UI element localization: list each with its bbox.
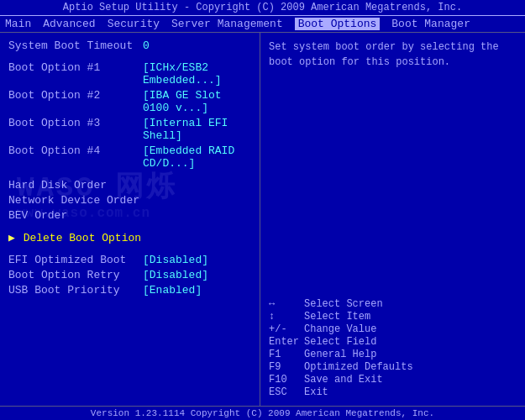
field-row: ▶ Delete Boot Option bbox=[8, 231, 251, 244]
menu-item-main[interactable]: Main bbox=[5, 18, 31, 30]
field-row: BEV Order bbox=[8, 209, 251, 222]
field-row: Boot Option #1[ICHx/ESB2 Embedded...] bbox=[8, 61, 251, 87]
key-desc: Select Screen bbox=[304, 298, 383, 310]
field-value: 0 bbox=[143, 39, 150, 52]
main-content: System Boot Timeout0Boot Option #1[ICHx/… bbox=[0, 33, 525, 406]
field-value: [Disabled] bbox=[143, 269, 208, 281]
key-row: ESCExit bbox=[269, 386, 517, 398]
field-row: System Boot Timeout0 bbox=[8, 39, 251, 52]
menu-item-security[interactable]: Security bbox=[108, 18, 160, 30]
field-row: Hard Disk Order bbox=[8, 179, 251, 192]
field-label: ▶ Delete Boot Option bbox=[8, 231, 143, 244]
field-label: BEV Order bbox=[8, 209, 143, 222]
field-row: Boot Option #2[IBA GE Slot 0100 v...] bbox=[8, 89, 251, 114]
field-value: [Disabled] bbox=[143, 254, 208, 266]
field-value: [IBA GE Slot 0100 v...] bbox=[143, 89, 251, 114]
key-row: ↕Select Item bbox=[269, 311, 517, 323]
key-code: ESC bbox=[269, 386, 299, 398]
menu-item-boot-options[interactable]: Boot Options bbox=[295, 18, 381, 30]
left-panel: System Boot Timeout0Boot Option #1[ICHx/… bbox=[0, 33, 260, 406]
field-label: Boot Option #2 bbox=[8, 89, 143, 102]
section-gap bbox=[8, 224, 251, 229]
key-row: F1General Help bbox=[269, 349, 517, 360]
key-help: ↔Select Screen↕Select Item+/-Change Valu… bbox=[269, 298, 517, 399]
key-row: ↔Select Screen bbox=[269, 298, 517, 310]
menu-item-advanced[interactable]: Advanced bbox=[43, 18, 95, 30]
key-code: F9 bbox=[269, 361, 299, 373]
key-code: F10 bbox=[269, 374, 299, 386]
menu-bar: MainAdvancedSecurityServer ManagementBoo… bbox=[0, 16, 525, 33]
field-row: Boot Option #3[Internal EFI Shell] bbox=[8, 117, 251, 142]
help-text: Set system boot order by selecting the b… bbox=[269, 39, 517, 70]
menu-item-boot-manager[interactable]: Boot Manager bbox=[391, 18, 470, 30]
key-row: F10Save and Exit bbox=[269, 374, 517, 386]
field-label: EFI Optimized Boot bbox=[8, 254, 143, 266]
arrow-icon: ▶ bbox=[8, 232, 22, 244]
section-gap bbox=[8, 172, 251, 177]
right-panel: Set system boot order by selecting the b… bbox=[260, 33, 525, 406]
field-label: System Boot Timeout bbox=[8, 39, 143, 52]
key-row: F9Optimized Defaults bbox=[269, 361, 517, 373]
menu-item-server-management[interactable]: Server Management bbox=[171, 18, 283, 30]
field-value: [Enabled] bbox=[143, 284, 202, 297]
key-row: +/-Change Value bbox=[269, 323, 517, 335]
key-desc: Save and Exit bbox=[304, 374, 383, 386]
key-desc: Select Item bbox=[304, 311, 370, 323]
key-desc: Select Field bbox=[304, 336, 376, 348]
field-label: Boot Option #4 bbox=[8, 144, 143, 157]
key-desc: Exit bbox=[304, 386, 328, 398]
key-code: ↕ bbox=[269, 311, 299, 323]
footer: Version 1.23.1114 Copyright (C) 2009 Ame… bbox=[0, 406, 525, 420]
key-desc: Optimized Defaults bbox=[304, 361, 413, 373]
key-code: +/- bbox=[269, 323, 299, 335]
title-bar: Aptio Setup Utility - Copyright (C) 2009… bbox=[0, 0, 525, 16]
section-gap bbox=[8, 247, 251, 252]
field-row: Boot Option #4[Embedded RAID CD/D...] bbox=[8, 144, 251, 170]
field-label: USB Boot Priority bbox=[8, 284, 143, 297]
key-code: F1 bbox=[269, 349, 299, 360]
field-value: [ICHx/ESB2 Embedded...] bbox=[143, 61, 251, 87]
key-code: Enter bbox=[269, 336, 299, 348]
key-row: EnterSelect Field bbox=[269, 336, 517, 348]
section-gap bbox=[8, 55, 251, 60]
key-desc: General Help bbox=[304, 349, 376, 360]
field-label: Boot Option Retry bbox=[8, 269, 143, 281]
field-label: Hard Disk Order bbox=[8, 179, 143, 192]
field-label: Network Device Order bbox=[8, 194, 143, 207]
field-label: Boot Option #3 bbox=[8, 117, 143, 129]
key-code: ↔ bbox=[269, 298, 299, 310]
field-row: EFI Optimized Boot[Disabled] bbox=[8, 254, 251, 266]
field-row: Boot Option Retry[Disabled] bbox=[8, 269, 251, 281]
field-value: [Embedded RAID CD/D...] bbox=[143, 144, 251, 170]
bios-screen: Aptio Setup Utility - Copyright (C) 2009… bbox=[0, 0, 525, 420]
field-row: Network Device Order bbox=[8, 194, 251, 207]
key-desc: Change Value bbox=[304, 323, 376, 335]
field-value: [Internal EFI Shell] bbox=[143, 117, 251, 142]
field-row: USB Boot Priority[Enabled] bbox=[8, 284, 251, 297]
title-text: Aptio Setup Utility - Copyright (C) 2009… bbox=[63, 2, 462, 13]
footer-text: Version 1.23.1114 Copyright (C) 2009 Ame… bbox=[91, 408, 434, 418]
field-label: Boot Option #1 bbox=[8, 61, 143, 74]
